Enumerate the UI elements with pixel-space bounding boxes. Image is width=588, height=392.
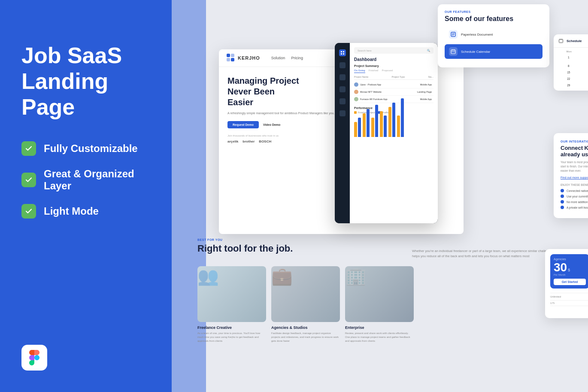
dash-search[interactable]: Search here 🔍 bbox=[354, 47, 433, 54]
dash-performance: Performance Finished Project Traffic bbox=[354, 106, 433, 137]
integrations-desc: Your team is most productive when your e… bbox=[561, 160, 588, 173]
integrations-label: OUR INTEGRATIONS bbox=[561, 140, 588, 143]
lp-video-demo-btn[interactable]: Video Demo bbox=[263, 123, 280, 126]
bottom-title: Right tool for the job. bbox=[197, 243, 403, 254]
dash-tab-finished[interactable]: Finished bbox=[369, 69, 379, 73]
cal-day-15: 15 bbox=[558, 70, 579, 75]
cal-days-header: Mon Tue Wed Thu Fri Sat bbox=[558, 50, 588, 53]
right-panel: KERJHO Solution Pricing Request Demo Man… bbox=[172, 0, 588, 392]
cal-days: 1 2 3 4 5 6 8 9 10 11 12 13 15 16 17 18 … bbox=[558, 55, 588, 88]
svg-rect-6 bbox=[341, 53, 342, 55]
benefit-dot-1 bbox=[561, 189, 564, 192]
img-card-enterprise: 🏢 Enterprise Review, present and share w… bbox=[345, 266, 414, 343]
bottom-section: BEST FOR YOU Right tool for the job. Whe… bbox=[197, 238, 588, 259]
benefit-text-4: A private self-hosted architecture bbox=[567, 206, 588, 209]
svg-rect-4 bbox=[341, 51, 342, 52]
agencies-price: 30 bbox=[554, 261, 567, 273]
bottom-label: BEST FOR YOU bbox=[197, 238, 403, 241]
table-row-3: Furnace AR Furniture App Mobile App bbox=[354, 96, 433, 103]
price-row-2: 175 175 Unlimited bbox=[550, 300, 588, 306]
benefit-text-3: No more additional fees bbox=[567, 201, 588, 204]
pricing-cols: Agencies 30 $ Per Month Get Started Ente… bbox=[550, 254, 588, 289]
dash-tab-proposed[interactable]: Proposed bbox=[382, 69, 393, 73]
benefits-label: ENJOY THESE BENEFITS bbox=[561, 183, 588, 186]
avatar-2 bbox=[354, 90, 358, 94]
cal-title: Schedule bbox=[567, 39, 582, 43]
lp-brand-1: arçelik bbox=[227, 140, 238, 143]
lp-brand-3: BOSCH bbox=[259, 140, 271, 143]
cal-header: Schedule November 2021 ‹ › bbox=[554, 34, 588, 48]
lp-request-demo-btn[interactable]: Request Demo bbox=[227, 121, 259, 128]
feature-row-2: Schedule Calendar bbox=[445, 44, 543, 59]
avatar-1 bbox=[354, 82, 358, 87]
img-card-desc-2: Facilitate design feedback, manage proje… bbox=[271, 331, 340, 343]
svg-rect-3 bbox=[231, 58, 234, 61]
bottom-left: BEST FOR YOU Right tool for the job. bbox=[197, 238, 403, 259]
row2-name: Monas NFT Website bbox=[360, 91, 382, 93]
paperless-icon bbox=[449, 30, 458, 39]
benefit-text-2: Use your currently use account bbox=[567, 195, 588, 198]
benefit-2: Use your currently use account bbox=[561, 194, 588, 198]
calendar-card: Schedule November 2021 ‹ › Mon Tue Wed T… bbox=[554, 34, 588, 91]
cal-day-22: 22 bbox=[558, 76, 579, 82]
feature-label-1: Fully Customizable bbox=[44, 143, 138, 155]
benefit-dot-4 bbox=[561, 206, 564, 209]
search-icon: 🔍 bbox=[427, 49, 430, 52]
feature-item-3: Light Mode bbox=[21, 204, 150, 219]
dash-sidebar-icon-4 bbox=[339, 86, 346, 92]
img-card-desc-3: Review, present and share work with clie… bbox=[345, 331, 414, 343]
dash-tab-ongoing[interactable]: On Going bbox=[354, 69, 365, 73]
cal-day-9: 9 bbox=[580, 63, 588, 69]
cal-grid: Mon Tue Wed Thu Fri Sat 1 2 3 4 5 6 8 9 … bbox=[554, 48, 588, 91]
integrations-title: Connect Kerjho to the tools you already … bbox=[561, 145, 588, 158]
pr2-label: 175 bbox=[550, 302, 555, 304]
row1-type: Mobile App bbox=[420, 83, 432, 86]
lp-logo: KERJHO bbox=[227, 54, 260, 62]
benefit-1: Connected natively into your tools bbox=[561, 189, 588, 192]
agencies-period: Per Month bbox=[554, 273, 586, 276]
figma-badge bbox=[21, 345, 47, 371]
dash-sidebar-icon-3 bbox=[339, 74, 346, 80]
dash-sidebar-icon-6 bbox=[339, 110, 346, 116]
check-badge-1 bbox=[21, 141, 36, 156]
lp-logo-text: KERJHO bbox=[238, 55, 260, 61]
features-card: OUR FEATURES Some of our features Paperl… bbox=[438, 4, 549, 67]
lp-nav-pricing[interactable]: Pricing bbox=[291, 56, 303, 60]
lp-nav-solution[interactable]: Solution bbox=[271, 56, 285, 60]
cal-label-tue: Tue bbox=[580, 50, 588, 53]
cal-day-30: 30 bbox=[580, 82, 588, 88]
dash-sidebar-icon-2 bbox=[339, 62, 346, 68]
check-badge-2 bbox=[21, 173, 36, 187]
dash-section-title: Project Summary bbox=[354, 64, 433, 67]
feature-item-1: Fully Customizable bbox=[21, 141, 150, 156]
table-row-2: Monas NFT Website Landing Page bbox=[354, 88, 433, 96]
integrations-link[interactable]: Find out more supported tools bbox=[561, 176, 588, 179]
row1-name: Upoo - Podcast App bbox=[360, 83, 381, 86]
row2-type: Landing Page bbox=[417, 91, 432, 93]
benefit-3: No more additional fees bbox=[561, 200, 588, 204]
avatar-3 bbox=[354, 97, 358, 101]
benefit-dot-3 bbox=[561, 200, 564, 204]
dashboard-card: Search here 🔍 Dashboard Project Summary … bbox=[335, 43, 438, 223]
img-card-agencies: 💼 Agencies & Studios Facilitate design f… bbox=[271, 266, 340, 343]
dash-table-header: Project Name Project Type Sta... bbox=[354, 76, 433, 80]
agencies-btn[interactable]: Get Started bbox=[554, 279, 586, 285]
pricing-card: Agencies 30 $ Per Month Get Started Ente… bbox=[545, 249, 588, 318]
feature-row-text-1: Paperless Document bbox=[461, 33, 493, 36]
price-row-1: Unlimited bbox=[550, 293, 588, 300]
cal-day-16: 16 bbox=[580, 70, 588, 75]
cal-day-23: 23 bbox=[580, 76, 588, 82]
svg-rect-0 bbox=[227, 54, 230, 57]
dash-search-text: Search here bbox=[358, 49, 372, 52]
benefit-text-1: Connected natively into your tools bbox=[567, 189, 588, 192]
dash-sidebar-icon-5 bbox=[339, 98, 346, 104]
cal-day-29: 29 bbox=[558, 82, 579, 88]
left-panel: Job SaaSLanding Page Fully Customizable … bbox=[0, 0, 172, 392]
dash-sidebar-icon-home bbox=[339, 49, 346, 56]
svg-rect-2 bbox=[227, 58, 230, 61]
agencies-label: Agencies bbox=[554, 258, 586, 261]
schedule-icon bbox=[449, 47, 458, 56]
price-row-3 bbox=[550, 306, 588, 313]
cal-day-8: 8 bbox=[558, 63, 579, 69]
svg-rect-5 bbox=[343, 51, 344, 52]
